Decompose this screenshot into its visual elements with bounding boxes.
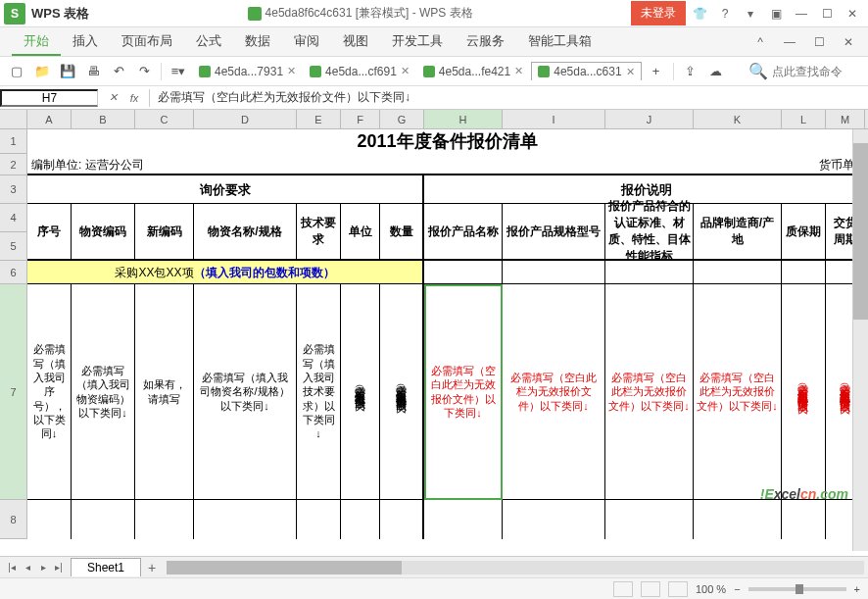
- scrollbar-thumb[interactable]: [167, 561, 402, 574]
- last-sheet-icon[interactable]: ▸|: [51, 560, 67, 575]
- cloud-icon[interactable]: ☁: [705, 61, 727, 82]
- data-cell[interactable]: 必需填写（空白此栏为无效报价文件）以下类同↓: [424, 284, 503, 500]
- col-header-F[interactable]: F: [341, 110, 380, 128]
- data-cell[interactable]: 必需填写（空白此栏为无效报价文件）以下类同↓: [782, 284, 826, 500]
- window-close-icon[interactable]: ✕: [837, 30, 860, 54]
- table-header[interactable]: 质保期: [782, 204, 826, 261]
- column-headers[interactable]: ABCDEFGHIJKLM: [0, 110, 868, 129]
- zoom-slider[interactable]: [748, 587, 846, 591]
- doc-tab[interactable]: 4e5da...fe421✕: [417, 62, 529, 80]
- fx-icon[interactable]: fx: [125, 89, 143, 107]
- data-cell[interactable]: 必需填写（空白此栏为无效报价文件）以下类同↓: [694, 284, 782, 500]
- close-tab-icon[interactable]: ✕: [514, 65, 523, 77]
- menu-智能工具箱[interactable]: 智能工具箱: [516, 28, 603, 56]
- row-headers[interactable]: 12345678: [0, 129, 27, 539]
- col-header-B[interactable]: B: [72, 110, 135, 128]
- table-header[interactable]: 物资编码: [72, 204, 135, 261]
- dropdown-icon[interactable]: ▾: [739, 2, 762, 25]
- cancel-fx-icon[interactable]: ✕: [104, 89, 121, 107]
- wps-menu-icon[interactable]: ≡▾: [168, 61, 189, 82]
- menu-开发工具[interactable]: 开发工具: [380, 28, 455, 56]
- row-header-6[interactable]: 6: [0, 261, 27, 284]
- doc-tab[interactable]: 4e5da...7931✕: [193, 62, 302, 80]
- col-header-E[interactable]: E: [297, 110, 341, 128]
- col-header-I[interactable]: I: [503, 110, 605, 128]
- table-header[interactable]: 数量: [380, 204, 424, 261]
- name-box[interactable]: [0, 89, 98, 107]
- collapse-ribbon-icon[interactable]: ^: [748, 30, 772, 54]
- data-cell[interactable]: 如果有，请填写: [135, 284, 194, 500]
- data-cell[interactable]: 必需填写（填入我司拟采购数量）以下类同↓: [380, 284, 424, 500]
- break-view-icon[interactable]: [668, 581, 688, 597]
- data-cell[interactable]: 必需填写（填入我司单位）以下类同↓: [341, 284, 380, 500]
- zoom-out-icon[interactable]: −: [734, 583, 740, 595]
- table-header[interactable]: 报价产品规格型号: [503, 204, 605, 261]
- close-icon[interactable]: ✕: [841, 2, 864, 25]
- menu-开始[interactable]: 开始: [12, 28, 61, 56]
- redo-icon[interactable]: ↷: [133, 61, 155, 82]
- row-header-3[interactable]: 3: [0, 175, 27, 204]
- add-sheet-icon[interactable]: +: [141, 560, 163, 575]
- col-header-A[interactable]: A: [27, 110, 72, 128]
- row-header-4[interactable]: 4: [0, 204, 27, 232]
- row-header-8[interactable]: 8: [0, 500, 27, 539]
- minimize-icon[interactable]: —: [790, 2, 813, 25]
- col-header-H[interactable]: H: [424, 110, 503, 128]
- row-header-1[interactable]: 1: [0, 129, 27, 154]
- scrollbar-thumb[interactable]: [853, 143, 868, 320]
- new-icon[interactable]: ▢: [6, 61, 27, 82]
- menu-页面布局[interactable]: 页面布局: [110, 28, 184, 56]
- menu-公式[interactable]: 公式: [184, 28, 233, 56]
- close-tab-icon[interactable]: ✕: [401, 65, 410, 77]
- undo-icon[interactable]: ↶: [108, 61, 129, 82]
- save-icon[interactable]: 💾: [57, 61, 78, 82]
- window-max-icon[interactable]: ☐: [807, 30, 831, 54]
- row-header-2[interactable]: 2: [0, 154, 27, 175]
- table-header[interactable]: 技术要求: [297, 204, 341, 261]
- menu-云服务[interactable]: 云服务: [455, 28, 516, 56]
- table-header[interactable]: 序号: [27, 204, 72, 261]
- col-header-L[interactable]: L: [782, 110, 826, 128]
- spreadsheet[interactable]: ABCDEFGHIJKLM 12345678 2011年度备件报价清单 编制单位…: [0, 110, 868, 571]
- table-header[interactable]: 物资名称/规格: [194, 204, 297, 261]
- horizontal-scrollbar[interactable]: [167, 561, 864, 574]
- grid[interactable]: 2011年度备件报价清单 编制单位: 运营分公司 货币单位 询价要求 报价说明 …: [27, 129, 868, 539]
- search-icon[interactable]: 🔍: [748, 62, 768, 80]
- maximize-icon[interactable]: ☐: [815, 2, 839, 25]
- table-header[interactable]: 单位: [341, 204, 380, 261]
- data-cell[interactable]: 必需填写（填入我司序号），以下类同↓: [27, 284, 72, 500]
- data-cell[interactable]: 必需填写（填入我司技术要求）以下类同↓: [297, 284, 341, 500]
- table-header[interactable]: 报价产品名称: [424, 204, 503, 261]
- command-search-input[interactable]: [768, 63, 856, 80]
- col-header-J[interactable]: J: [605, 110, 694, 128]
- sheet-tab[interactable]: Sheet1: [71, 558, 141, 576]
- print-icon[interactable]: 🖶: [82, 61, 104, 82]
- skin-icon[interactable]: 👕: [688, 2, 711, 25]
- col-header-M[interactable]: M: [826, 110, 865, 128]
- select-all-corner[interactable]: [0, 110, 27, 128]
- share-icon[interactable]: ⇪: [680, 61, 701, 82]
- col-header-K[interactable]: K: [694, 110, 782, 128]
- table-header[interactable]: 新编码: [135, 204, 194, 261]
- next-sheet-icon[interactable]: ▸: [35, 560, 51, 575]
- add-tab-icon[interactable]: +: [646, 61, 667, 82]
- data-cell[interactable]: 必需填写（空白此栏为无效报价文件）以下类同↓: [605, 284, 694, 500]
- zoom-in-icon[interactable]: +: [854, 583, 860, 595]
- row-header-7[interactable]: 7: [0, 284, 27, 500]
- help-icon[interactable]: ?: [713, 2, 737, 25]
- menu-插入[interactable]: 插入: [61, 28, 110, 56]
- doc-tab[interactable]: 4e5da...c631✕: [531, 62, 641, 80]
- prev-sheet-icon[interactable]: ◂: [20, 560, 35, 575]
- data-cell[interactable]: 必需填写（填入我司物资编码）以下类同↓: [72, 284, 135, 500]
- menu-审阅[interactable]: 审阅: [282, 28, 331, 56]
- menu-数据[interactable]: 数据: [233, 28, 282, 56]
- col-header-C[interactable]: C: [135, 110, 194, 128]
- restore-icon[interactable]: ▣: [764, 2, 788, 25]
- row-header-5[interactable]: 5: [0, 232, 27, 261]
- window-min-icon[interactable]: —: [778, 30, 801, 54]
- normal-view-icon[interactable]: [613, 581, 633, 597]
- data-cell[interactable]: 必需填写（空白此栏为无效报价文件）以下类同↓: [503, 284, 605, 500]
- col-header-D[interactable]: D: [194, 110, 297, 128]
- doc-tab[interactable]: 4e5da...cf691✕: [304, 62, 415, 80]
- close-tab-icon[interactable]: ✕: [287, 65, 296, 77]
